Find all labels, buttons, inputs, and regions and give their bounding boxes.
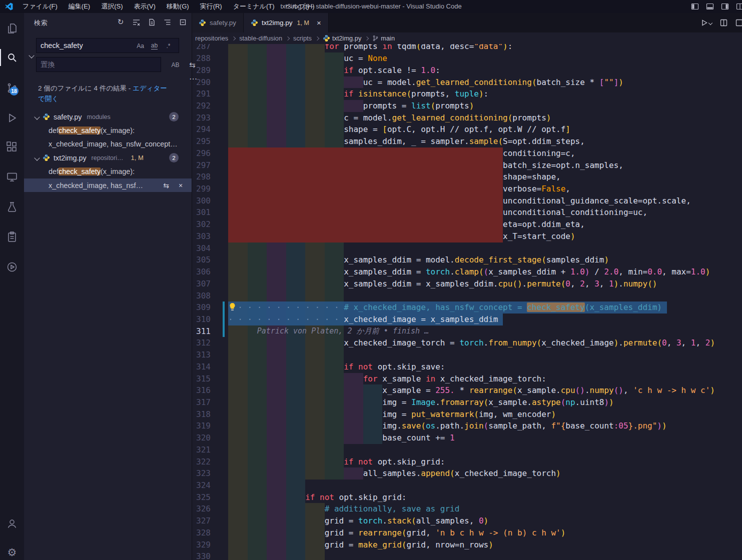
match-row[interactable]: def check_safety(x_image): [24,124,192,137]
menu-item-7[interactable]: ターミナル(T) [228,0,280,13]
code-line[interactable]: · · · · · · · · · · · · # x_checked_imag… [228,302,742,314]
breadcrumb-item-main[interactable]: main [372,34,395,42]
clear-search-results-icon[interactable] [131,17,141,27]
menu-item-5[interactable]: 移動(G) [161,0,195,13]
settings-gear-icon[interactable]: ⚙ [0,544,24,560]
customize-layout-icon[interactable] [735,2,742,11]
search-icon[interactable] [0,50,24,65]
code-line[interactable] [228,290,742,302]
code-line[interactable] [228,242,742,254]
code-line[interactable]: grid = make_grid(grid, nrow=n_rows) [228,539,742,551]
code-line[interactable]: img = Image.fromarray(x_sample.astype(np… [228,396,742,408]
code-line[interactable]: for x_sample in x_checked_image_torch: [228,373,742,385]
code-line[interactable]: if isinstance(prompts, tuple): [228,88,742,100]
indent-guide [248,242,267,254]
code-line[interactable]: # additionally, save as grid [228,503,742,515]
split-editor-icon[interactable] [720,19,727,26]
code-line[interactable]: grid = rearrange(grid, 'n b c h w -> (n … [228,527,742,539]
match-row[interactable]: x_checked_image, has_nsf…⇆× [24,178,192,192]
replace-all-icon[interactable]: ⇆ [189,60,196,70]
line-number: 304 [192,242,228,254]
breadcrumb-item-scripts[interactable]: scripts [293,34,312,42]
run-circle-icon[interactable] [0,260,24,274]
code-line[interactable]: img.save(os.path.join(sample_path, f"{ba… [228,420,742,432]
file-result-row[interactable]: txt2img.pyrepositori…1, M2 [24,151,192,164]
code-line[interactable]: if not opt.skip_grid: [228,492,742,504]
code-line[interactable]: · · · · · · · · · · · · x_checked_image … [228,314,742,326]
lightbulb-icon[interactable] [229,303,236,311]
breadcrumb-item-repositories[interactable]: repositories [195,34,228,42]
code-line[interactable]: prompts = list(prompts) [228,100,742,112]
indent-guide [305,254,325,266]
toggle-replace-chevron[interactable] [28,52,35,59]
line-number: 318 [192,408,228,420]
menu-item-2[interactable]: 編集(E) [63,0,96,13]
code-line[interactable]: if opt.scale != 1.0: [228,64,742,76]
code-line[interactable]: uc = model.get_learned_conditioning(batc… [228,76,742,88]
accounts-icon[interactable] [0,516,24,531]
code-line[interactable]: Patrick von Platen, 2 か月前 • finish … [228,326,742,338]
explorer-icon[interactable] [0,21,24,36]
code-line[interactable]: uc = None [228,52,742,64]
code-line[interactable]: base_count += 1 [228,432,742,444]
tab-txt2img-py[interactable]: txt2img.py 1, M × [244,13,329,32]
replace-input[interactable] [36,57,161,72]
indent-guide [228,444,248,456]
code-line[interactable]: x_sample = 255. * rearrange(x_sample.cpu… [228,384,742,396]
view-as-tree-icon[interactable] [162,17,172,27]
match-case-toggle[interactable]: Aa [135,40,146,51]
output-report-icon[interactable] [0,230,24,244]
code-line[interactable]: samples_ddim, _ = sampler.sample(S=opt.d… [228,136,742,148]
code-line[interactable]: for prompts in tqdm(data, desc="data"): [228,44,742,52]
preserve-case-toggle[interactable]: AB [170,60,181,70]
match-row[interactable]: x_checked_image, has_nsfw_concept… [24,138,192,151]
breadcrumb-item-stable-diffusion[interactable]: stable-diffusion [239,34,282,42]
code-line[interactable]: c = model.get_learned_conditioning(promp… [228,112,742,124]
tab-safety-py[interactable]: safety.py [192,13,244,32]
toggle-panel-icon[interactable] [705,2,714,11]
run-debug-icon[interactable] [0,110,24,126]
more-actions-icon[interactable]: ⋯ [189,74,198,84]
match-row[interactable]: def check_safety(x_image): [24,165,192,178]
code-line[interactable] [228,444,742,456]
whole-word-toggle[interactable]: ab [149,40,160,51]
code-line[interactable]: img = put_watermark(img, wm_encoder) [228,408,742,420]
menu-item-3[interactable]: 選択(S) [96,0,128,13]
close-tab-icon[interactable]: × [317,18,321,27]
code-line[interactable]: shape = [opt.C, opt.H // opt.f, opt.W //… [228,124,742,136]
code-editor[interactable]: 2872882892902912922932942952962972982993… [192,44,742,560]
refresh-icon[interactable]: ↻ [116,17,126,27]
menu-item-1[interactable]: ファイル(F) [17,0,63,13]
code-line[interactable]: x_samples_ddim = torch.clamp((x_samples_… [228,266,742,278]
remote-explorer-icon[interactable] [0,170,24,184]
chevron-down-icon[interactable] [34,114,40,120]
testing-icon[interactable] [0,200,24,214]
file-result-row[interactable]: safety.pymodules2 [24,110,192,124]
indent-guide [267,76,286,88]
code-line[interactable]: grid = torch.stack(all_samples, 0) [228,515,742,527]
indent-guide [344,432,363,444]
dismiss-match-icon[interactable]: × [176,180,186,190]
menu-item-4[interactable]: 表示(V) [129,0,161,13]
replace-match-icon[interactable]: ⇆ [161,180,171,190]
chevron-down-icon[interactable] [34,155,40,160]
toggle-secondary-sidebar-icon[interactable] [720,2,729,11]
code-line[interactable]: x_samples_ddim = x_samples_ddim.cpu().pe… [228,278,742,290]
code-line[interactable] [228,480,742,492]
code-line[interactable]: x_checked_image_torch = torch.from_numpy… [228,337,742,349]
code-line[interactable]: x_samples_ddim = model.decode_first_stag… [228,254,742,266]
code-line[interactable]: if not opt.skip_save: [228,361,742,373]
menu-item-6[interactable]: 実行(R) [195,0,228,13]
code-line[interactable] [228,550,742,560]
more-editor-actions-icon[interactable] [735,19,742,26]
breadcrumb-item-txt2img-py[interactable]: txt2img.py [323,34,361,42]
run-python-file-icon[interactable] [700,19,712,26]
regex-toggle[interactable]: .* [163,40,174,51]
code-line[interactable]: all_samples.append(x_checked_image_torch… [228,468,742,480]
extensions-icon[interactable] [0,140,24,154]
toggle-primary-sidebar-icon[interactable] [690,2,699,11]
code-line[interactable] [228,349,742,361]
open-new-search-editor-icon[interactable] [147,17,157,27]
collapse-all-icon[interactable] [178,17,188,27]
code-line[interactable]: if not opt.skip_grid: [228,456,742,468]
